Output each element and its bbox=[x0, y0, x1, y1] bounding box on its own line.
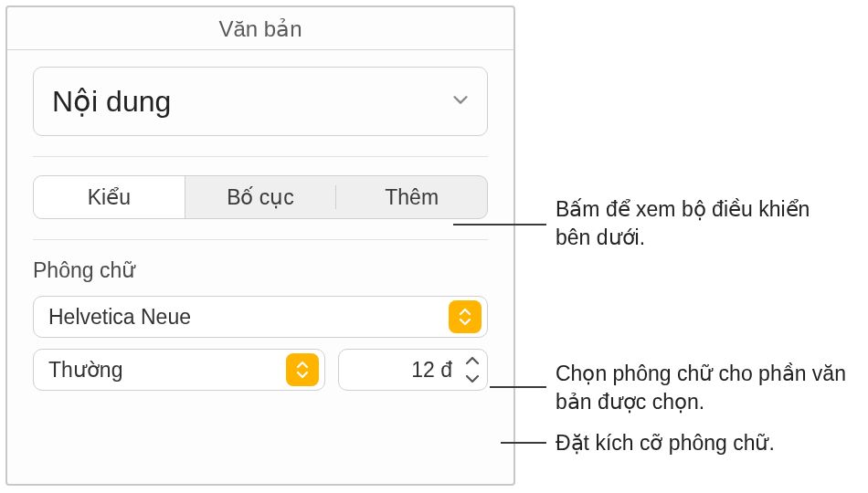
leader-line bbox=[453, 224, 546, 226]
tab-segmented-control: Kiểu Bố cục Thêm bbox=[33, 175, 488, 219]
font-section-label: Phông chữ bbox=[33, 258, 488, 283]
font-family-value: Helvetica Neue bbox=[48, 305, 191, 330]
chevron-down-icon bbox=[450, 89, 471, 113]
tab-more[interactable]: Thêm bbox=[336, 176, 487, 218]
font-size-value: 12 đ bbox=[352, 358, 460, 383]
leader-line bbox=[501, 442, 546, 444]
tab-layout[interactable]: Bố cục bbox=[185, 176, 336, 218]
divider bbox=[33, 156, 488, 157]
tab-style[interactable]: Kiểu bbox=[34, 176, 185, 218]
updown-icon bbox=[449, 300, 482, 333]
font-style-popup[interactable]: Thường bbox=[33, 349, 325, 391]
callout-tabs: Bấm để xem bộ điều khiển bên dưới. bbox=[556, 195, 848, 252]
stepper-up[interactable] bbox=[460, 352, 485, 369]
text-inspector-panel: Văn bản Nội dung Kiểu Bố cục Thêm Phông … bbox=[5, 5, 515, 486]
callout-size: Đặt kích cỡ phông chữ. bbox=[556, 429, 848, 457]
panel-title: Văn bản bbox=[7, 7, 513, 50]
paragraph-style-dropdown[interactable]: Nội dung bbox=[33, 67, 488, 136]
callout-font: Chọn phông chữ cho phần văn bản được chọ… bbox=[556, 360, 857, 416]
divider bbox=[33, 239, 488, 240]
updown-icon bbox=[286, 353, 319, 386]
font-family-popup[interactable]: Helvetica Neue bbox=[33, 296, 488, 338]
paragraph-style-label: Nội dung bbox=[52, 84, 171, 119]
font-style-value: Thường bbox=[48, 358, 122, 383]
font-size-field[interactable]: 12 đ bbox=[338, 349, 488, 391]
leader-line bbox=[490, 386, 546, 388]
stepper-down[interactable] bbox=[460, 371, 485, 387]
font-size-stepper bbox=[460, 350, 485, 390]
